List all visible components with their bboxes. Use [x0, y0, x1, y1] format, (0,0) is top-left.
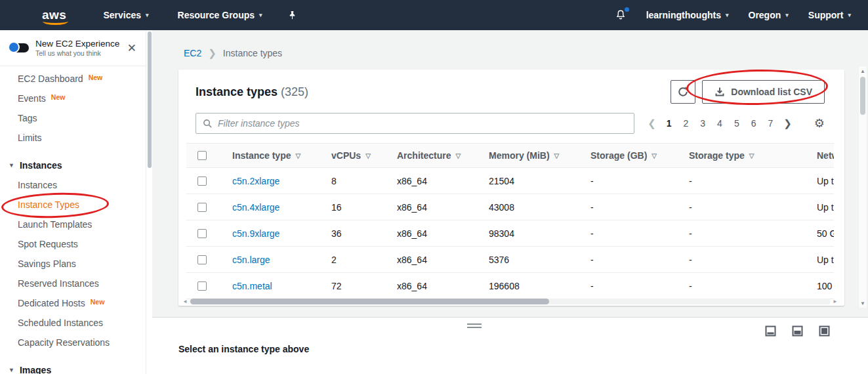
- sidebar-item-spot-requests[interactable]: Spot Requests: [0, 234, 146, 254]
- sidebar-item-savings-plans[interactable]: Savings Plans: [0, 254, 146, 274]
- settings-gear-icon[interactable]: ⚙: [814, 116, 825, 131]
- sidebar-item-tags[interactable]: Tags: [0, 108, 146, 128]
- sidebar-item-instances[interactable]: Instances: [0, 175, 146, 195]
- row-checkbox[interactable]: [197, 203, 207, 212]
- scroll-down-arrow-icon[interactable]: ▼: [860, 299, 865, 308]
- column-header-memory[interactable]: Memory (MiB) ▽: [489, 150, 590, 161]
- select-all-checkbox[interactable]: [197, 151, 207, 160]
- cell-memory: 43008: [489, 202, 590, 213]
- pagination-page[interactable]: 5: [729, 116, 745, 131]
- sidebar-item-label: Savings Plans: [18, 259, 76, 269]
- sidebar-scrollbar[interactable]: [146, 30, 152, 374]
- account-menu[interactable]: learningthoughts ▾: [646, 10, 729, 20]
- layout-bottom-panel-icon[interactable]: [765, 325, 776, 337]
- resource-groups-menu[interactable]: Resource Groups ▾: [178, 10, 262, 20]
- instance-type-link[interactable]: c5n.large: [232, 255, 270, 265]
- row-checkbox[interactable]: [197, 229, 207, 238]
- next-page-button[interactable]: ❯: [779, 117, 796, 129]
- pagination-page[interactable]: 3: [695, 116, 711, 131]
- account-name: learningthoughts: [646, 10, 721, 20]
- support-menu[interactable]: Support ▾: [808, 10, 851, 20]
- layout-full-panel-icon[interactable]: [819, 325, 830, 337]
- sidebar-item-label: Instances: [18, 180, 57, 190]
- sort-icon[interactable]: ▽: [651, 152, 657, 159]
- aws-logo[interactable]: aws: [42, 8, 66, 22]
- cell-memory: 196608: [489, 281, 590, 291]
- instance-count: (325): [281, 85, 308, 98]
- column-header-storage-gb[interactable]: Storage (GB) ▽: [590, 150, 689, 161]
- sidebar-item-events[interactable]: Events New: [0, 89, 146, 108]
- pagination-page[interactable]: 6: [746, 116, 762, 131]
- sidebar-section-label: Instances: [20, 160, 62, 171]
- instance-type-link[interactable]: c5n.metal: [232, 281, 272, 291]
- sidebar-item-ec2-dashboard[interactable]: EC2 Dashboard New: [0, 69, 146, 89]
- cell-storage-gb: -: [590, 281, 689, 291]
- breadcrumb-ec2-link[interactable]: EC2: [184, 48, 201, 58]
- sort-icon[interactable]: ▽: [295, 152, 300, 159]
- column-label: vCPUs: [331, 150, 361, 161]
- split-panel-drag-handle[interactable]: [467, 323, 482, 328]
- sidebar-scrollbar-thumb[interactable]: [148, 31, 152, 168]
- column-header-storage-type[interactable]: Storage type ▽: [689, 150, 817, 161]
- sidebar-item-label: Reserved Instances: [18, 278, 99, 289]
- sort-icon[interactable]: ▽: [554, 152, 560, 159]
- pagination-page[interactable]: 2: [678, 116, 694, 131]
- pagination: ❮ 1 2 3 4 5 6 7 ❯: [644, 116, 796, 131]
- previous-page-button[interactable]: ❮: [644, 117, 660, 129]
- pagination-page[interactable]: 1: [661, 116, 677, 131]
- horizontal-scrollbar-thumb[interactable]: [190, 299, 549, 304]
- sort-icon[interactable]: ▽: [455, 152, 461, 159]
- column-header-network[interactable]: Netw: [817, 150, 834, 161]
- pagination-page[interactable]: 4: [712, 116, 728, 131]
- cell-architecture: x86_64: [397, 176, 489, 186]
- sidebar-item-capacity-reservations[interactable]: Capacity Reservations: [0, 333, 146, 352]
- horizontal-scrollbar[interactable]: ◄ ►: [182, 297, 838, 305]
- sidebar-item-label: Tags: [18, 113, 37, 123]
- column-header-vcpus[interactable]: vCPUs ▽: [331, 150, 397, 161]
- row-checkbox[interactable]: [197, 281, 207, 291]
- instance-type-link[interactable]: c5n.9xlarge: [232, 228, 279, 239]
- main-content: EC2 ❯ Instance types Instance types (325…: [152, 30, 868, 374]
- scroll-left-arrow-icon[interactable]: ◄: [182, 299, 188, 304]
- column-header-architecture[interactable]: Architecture ▽: [397, 150, 489, 161]
- sidebar-item-instance-types[interactable]: Instance Types: [0, 195, 146, 215]
- instance-type-link[interactable]: c5n.2xlarge: [232, 176, 279, 186]
- row-checkbox[interactable]: [197, 255, 207, 264]
- table-row: c5n.2xlarge 8 x86_64 21504 - - Up t: [186, 168, 834, 194]
- sidebar-item-dedicated-hosts[interactable]: Dedicated Hosts New: [0, 293, 146, 313]
- download-list-csv-button[interactable]: Download list CSV: [702, 80, 825, 104]
- new-experience-toggle[interactable]: [9, 43, 29, 52]
- layout-half-panel-icon[interactable]: [792, 325, 803, 337]
- column-header-instance-type[interactable]: Instance type ▽: [218, 150, 331, 161]
- detail-split-panel: Select an instance type above: [152, 317, 868, 374]
- filter-instance-types-input[interactable]: [218, 118, 627, 129]
- filter-search-box: [196, 113, 634, 134]
- sidebar-section-images[interactable]: ▼ Images: [0, 360, 146, 374]
- sort-icon[interactable]: ▽: [749, 152, 754, 159]
- new-badge: New: [89, 73, 103, 81]
- region-menu[interactable]: Oregon ▾: [749, 10, 789, 20]
- sidebar-item-label: Launch Templates: [18, 219, 92, 230]
- refresh-button[interactable]: [671, 80, 695, 104]
- support-label: Support: [808, 10, 844, 20]
- vertical-scrollbar-thumb[interactable]: [860, 77, 865, 115]
- pagination-page[interactable]: 7: [762, 116, 778, 131]
- sidebar-item-scheduled-instances[interactable]: Scheduled Instances: [0, 313, 146, 333]
- cell-network: Up t: [817, 202, 834, 213]
- sidebar-item-label: Events: [18, 93, 46, 104]
- row-checkbox[interactable]: [197, 177, 207, 186]
- sidebar-item-reserved-instances[interactable]: Reserved Instances: [0, 274, 146, 293]
- services-menu[interactable]: Services ▾: [103, 10, 148, 20]
- instance-type-link[interactable]: c5n.4xlarge: [232, 202, 279, 213]
- notifications-bell-icon[interactable]: [615, 9, 627, 21]
- sidebar-section-instances[interactable]: ▼ Instances: [0, 156, 146, 175]
- scroll-right-arrow-icon[interactable]: ►: [833, 299, 838, 304]
- sidebar-item-limits[interactable]: Limits: [0, 128, 146, 148]
- scroll-up-arrow-icon[interactable]: ▲: [860, 66, 865, 75]
- sidebar-item-launch-templates[interactable]: Launch Templates: [0, 215, 146, 234]
- pin-icon[interactable]: [287, 10, 297, 20]
- vertical-scrollbar[interactable]: ▲ ▼: [858, 66, 867, 308]
- close-icon[interactable]: ✕: [127, 41, 136, 55]
- sort-icon[interactable]: ▽: [365, 152, 371, 159]
- chevron-down-icon: ▾: [259, 12, 262, 18]
